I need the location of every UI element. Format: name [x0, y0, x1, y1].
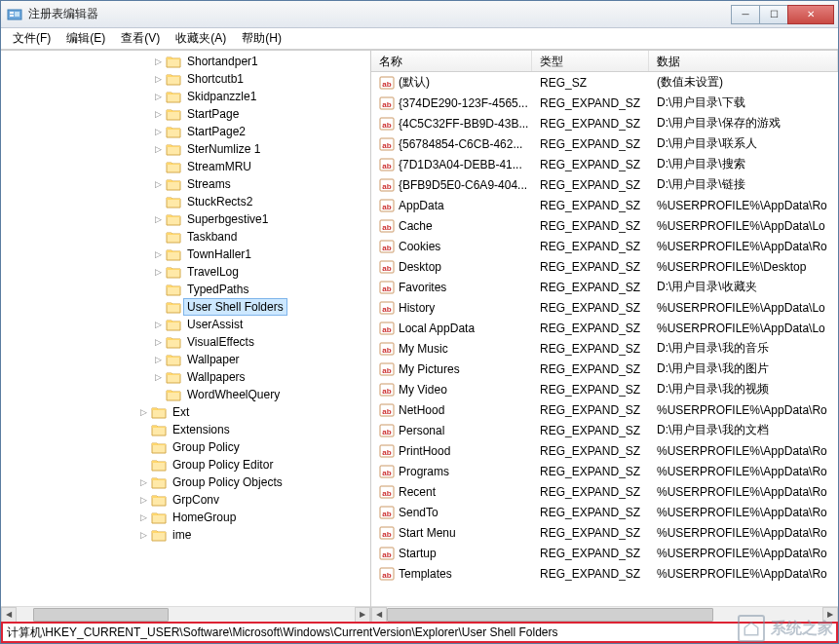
- tree-item-label[interactable]: Wallpapers: [183, 368, 249, 386]
- tree-item-label[interactable]: Superbgestive1: [183, 210, 272, 228]
- list-row[interactable]: abPrintHoodREG_EXPAND_SZ%USERPROFILE%\Ap…: [371, 440, 838, 461]
- expander-icon[interactable]: ▷: [137, 530, 149, 540]
- expander-icon[interactable]: ▷: [152, 372, 164, 382]
- tree-item[interactable]: Taskband: [1, 228, 370, 246]
- list-row[interactable]: ab{7D1D3A04-DEBB-41...REG_EXPAND_SZD:\用户…: [371, 154, 838, 174]
- tree-item-label[interactable]: Extensions: [169, 421, 234, 438]
- close-button[interactable]: ✕: [787, 5, 834, 24]
- scroll-right-icon[interactable]: ▶: [355, 607, 370, 623]
- col-header-data[interactable]: 数据: [649, 51, 838, 71]
- tree-item-label[interactable]: StartPage: [183, 105, 243, 123]
- tree-item-label[interactable]: VisualEffects: [183, 333, 258, 351]
- tree-item[interactable]: ▷ime: [1, 526, 370, 544]
- tree-item-label[interactable]: ime: [169, 526, 195, 544]
- tree-item[interactable]: TypedPaths: [1, 281, 370, 298]
- expander-icon[interactable]: ▷: [152, 74, 164, 84]
- tree-item[interactable]: ▷UserAssist: [1, 316, 370, 333]
- tree-item-label[interactable]: Taskband: [183, 228, 241, 246]
- tree-item[interactable]: ▷GrpConv: [1, 491, 370, 509]
- tree-item-label[interactable]: Ext: [169, 403, 193, 421]
- menu-favorites[interactable]: 收藏夹(A): [168, 28, 234, 49]
- tree-item[interactable]: ▷Wallpaper: [1, 351, 370, 368]
- expander-icon[interactable]: ▷: [152, 127, 164, 136]
- list-row[interactable]: abStartupREG_EXPAND_SZ%USERPROFILE%\AppD…: [371, 543, 838, 563]
- list-row[interactable]: ab(默认)REG_SZ(数值未设置): [371, 72, 838, 93]
- menu-help[interactable]: 帮助(H): [234, 28, 289, 49]
- tree-item[interactable]: StreamMRU: [1, 158, 370, 175]
- tree-item-label[interactable]: Skidpanzzle1: [183, 88, 260, 105]
- list-row[interactable]: ab{BFB9D5E0-C6A9-404...REG_EXPAND_SZD:\用…: [371, 174, 838, 195]
- tree-item[interactable]: ▷TownHaller1: [1, 246, 370, 263]
- tree-item-label[interactable]: StartPage2: [183, 123, 249, 140]
- tree-item[interactable]: ▷Ext: [1, 403, 370, 421]
- list-row[interactable]: abMy MusicREG_EXPAND_SZD:\用户目录\我的音乐: [371, 338, 838, 359]
- scroll-left-icon[interactable]: ◀: [1, 607, 17, 623]
- menu-view[interactable]: 查看(V): [113, 28, 168, 49]
- value-list[interactable]: ab(默认)REG_SZ(数值未设置)ab{374DE290-123F-4565…: [371, 72, 838, 606]
- maximize-button[interactable]: ☐: [759, 5, 788, 24]
- list-row[interactable]: abMy VideoREG_EXPAND_SZD:\用户目录\我的视频: [371, 379, 838, 399]
- tree-item-label[interactable]: Group Policy Objects: [169, 474, 286, 491]
- tree-item[interactable]: ▷Streams: [1, 175, 370, 193]
- tree-item[interactable]: WordWheelQuery: [1, 386, 370, 403]
- list-row[interactable]: abPersonalREG_EXPAND_SZD:\用户目录\我的文档: [371, 420, 838, 440]
- expander-icon[interactable]: ▷: [152, 320, 164, 329]
- list-row[interactable]: abFavoritesREG_EXPAND_SZD:\用户目录\收藏夹: [371, 277, 838, 297]
- list-row[interactable]: ab{4C5C32FF-BB9D-43B...REG_EXPAND_SZD:\用…: [371, 113, 838, 133]
- tree-item-label[interactable]: TownHaller1: [183, 246, 255, 263]
- expander-icon[interactable]: ▷: [152, 179, 164, 189]
- tree-item-label[interactable]: Shortandper1: [183, 53, 262, 70]
- tree-item[interactable]: ▷Wallpapers: [1, 368, 370, 386]
- expander-icon[interactable]: ▷: [137, 495, 149, 505]
- titlebar[interactable]: 注册表编辑器 ─ ☐ ✕: [1, 1, 838, 28]
- expander-icon[interactable]: ▷: [137, 407, 149, 417]
- scroll-left-icon[interactable]: ◀: [371, 607, 387, 623]
- expander-icon[interactable]: ▷: [152, 144, 164, 154]
- expander-icon[interactable]: ▷: [152, 57, 164, 66]
- list-row[interactable]: abStart MenuREG_EXPAND_SZ%USERPROFILE%\A…: [371, 522, 838, 543]
- list-row[interactable]: abTemplatesREG_EXPAND_SZ%USERPROFILE%\Ap…: [371, 563, 838, 584]
- expander-icon[interactable]: ▷: [152, 267, 164, 277]
- tree-item[interactable]: Group Policy: [1, 438, 370, 456]
- tree-item[interactable]: ▷Shortcutb1: [1, 70, 370, 88]
- tree-item[interactable]: ▷VisualEffects: [1, 333, 370, 351]
- list-row[interactable]: abDesktopREG_EXPAND_SZ%USERPROFILE%\Desk…: [371, 256, 838, 277]
- tree-item[interactable]: ▷Skidpanzzle1: [1, 88, 370, 105]
- tree-item[interactable]: ▷Superbgestive1: [1, 210, 370, 228]
- list-header[interactable]: 名称 类型 数据: [371, 51, 838, 72]
- expander-icon[interactable]: ▷: [152, 355, 164, 364]
- tree-item-label[interactable]: UserAssist: [183, 316, 247, 333]
- list-row[interactable]: abNetHoodREG_EXPAND_SZ%USERPROFILE%\AppD…: [371, 399, 838, 420]
- tree-item-label[interactable]: WordWheelQuery: [183, 386, 284, 403]
- list-row[interactable]: abRecentREG_EXPAND_SZ%USERPROFILE%\AppDa…: [371, 481, 838, 502]
- expander-icon[interactable]: ▷: [152, 109, 164, 119]
- tree-item[interactable]: ▷Shortandper1: [1, 53, 370, 70]
- tree-item[interactable]: ▷HomeGroup: [1, 509, 370, 526]
- tree-item[interactable]: Extensions: [1, 421, 370, 438]
- tree-item-label[interactable]: Group Policy Editor: [169, 456, 277, 474]
- tree-hscroll[interactable]: ◀ ▶: [1, 606, 370, 622]
- tree-item-label[interactable]: TravelLog: [183, 263, 243, 281]
- list-row[interactable]: abCookiesREG_EXPAND_SZ%USERPROFILE%\AppD…: [371, 236, 838, 256]
- tree-item-label[interactable]: User Shell Folders: [183, 298, 287, 316]
- registry-tree[interactable]: ▷Shortandper1▷Shortcutb1▷Skidpanzzle1▷St…: [1, 51, 370, 546]
- menu-file[interactable]: 文件(F): [5, 28, 58, 49]
- expander-icon[interactable]: ▷: [152, 214, 164, 224]
- expander-icon[interactable]: ▷: [137, 512, 149, 522]
- scroll-right-icon[interactable]: ▶: [822, 607, 838, 623]
- expander-icon[interactable]: ▷: [152, 249, 164, 259]
- tree-item[interactable]: ▷StartPage: [1, 105, 370, 123]
- col-header-type[interactable]: 类型: [532, 51, 649, 71]
- tree-item[interactable]: ▷TravelLog: [1, 263, 370, 281]
- expander-icon[interactable]: ▷: [152, 337, 164, 347]
- tree-item[interactable]: ▷Group Policy Objects: [1, 474, 370, 491]
- minimize-button[interactable]: ─: [731, 5, 760, 24]
- list-hscroll[interactable]: ◀ ▶: [371, 606, 838, 622]
- list-row[interactable]: abLocal AppDataREG_EXPAND_SZ%USERPROFILE…: [371, 318, 838, 338]
- tree-item-label[interactable]: HomeGroup: [169, 509, 240, 526]
- expander-icon[interactable]: ▷: [137, 477, 149, 487]
- list-row[interactable]: abCacheREG_EXPAND_SZ%USERPROFILE%\AppDat…: [371, 215, 838, 236]
- menu-edit[interactable]: 编辑(E): [58, 28, 113, 49]
- expander-icon[interactable]: ▷: [152, 92, 164, 101]
- tree-item-label[interactable]: GrpConv: [169, 491, 223, 509]
